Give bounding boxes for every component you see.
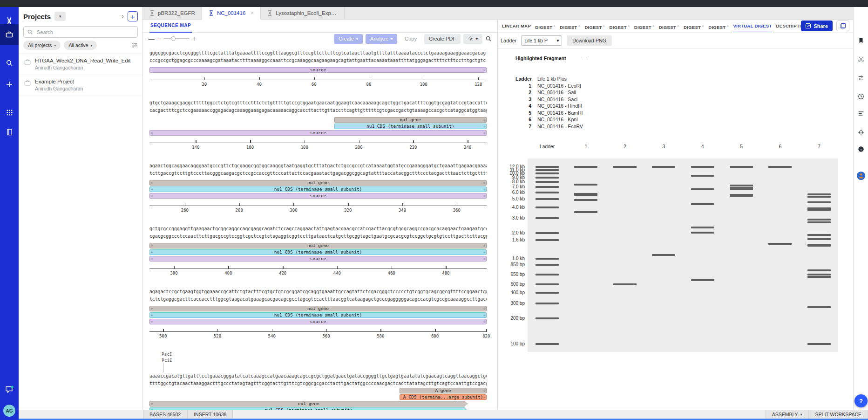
sequence-top-strand[interactable]: gctgcgccgggaggttgaagaactgcggcaggccagcgag… (149, 225, 487, 233)
sequence-map-view[interactable]: gggcggcgacctcgcgggttttcgctatttatgaaaattt… (143, 45, 497, 410)
gel-band[interactable] (730, 166, 753, 168)
document-tab[interactable]: NC_001416× (202, 7, 261, 20)
sequence-bottom-strand[interactable]: cccgccgctggagcgcccaaaagcgataaatacttttaaa… (149, 57, 487, 64)
annotation-cds[interactable]: nu1 CDS (terminase small subunit)»» (149, 312, 487, 318)
gel-band[interactable] (536, 343, 559, 345)
analysis-tab-digest[interactable]: DIGEST× (684, 20, 704, 33)
gel-band[interactable] (536, 186, 559, 188)
sidebar-item-search[interactable] (0, 54, 19, 72)
gel-band[interactable] (652, 166, 675, 168)
annotation-cds[interactable]: nu1 CDS (terminase small subunit)»» (149, 186, 487, 192)
close-icon[interactable]: × (553, 24, 556, 28)
annotation-cds[interactable]: nu1 CDS (terminase small subunit)» (334, 124, 487, 129)
analysis-tab-digest[interactable]: DIGEST× (535, 20, 556, 33)
settings-button[interactable]: ▾ (463, 34, 482, 44)
gel-band[interactable] (536, 264, 559, 266)
gel-band[interactable] (807, 274, 831, 275)
close-icon[interactable]: × (652, 24, 655, 28)
gel-band[interactable] (574, 211, 597, 213)
sequence-top-strand[interactable]: aaaaccgacatgttgatttcctgaaacgggatatcatcaa… (149, 372, 487, 380)
annotation-cds[interactable]: nu1 CDS (terminase small subunit)»» (149, 249, 487, 255)
sequence-bottom-strand[interactable]: cgacgcggccctccaacttcttgacgccgtccggtcgctc… (149, 233, 487, 240)
status-split-workspace[interactable]: SPLIT WORKSPACE (809, 410, 868, 419)
annotation-source[interactable]: source»» (149, 256, 487, 262)
swap-arrows-icon[interactable] (854, 73, 868, 83)
gel-band[interactable] (807, 196, 831, 198)
gel-band[interactable] (807, 234, 831, 236)
zoom-min-icon[interactable]: – (157, 35, 161, 42)
crosshair-icon[interactable] (854, 128, 868, 137)
enzyme-site-label[interactable]: PscI (162, 351, 174, 357)
analysis-tab-digest[interactable]: DIGEST× (634, 20, 655, 33)
document-tab[interactable]: pBR322_EGFR (143, 7, 202, 19)
create-pdf-button[interactable]: Create PDF (424, 34, 461, 44)
close-icon[interactable]: × (702, 24, 704, 28)
gel-band[interactable] (574, 194, 597, 196)
gel-band[interactable] (536, 239, 559, 241)
gel-band[interactable] (536, 169, 559, 171)
close-icon[interactable]: × (603, 24, 605, 28)
gel-band[interactable] (691, 175, 714, 177)
gel-band[interactable] (536, 192, 559, 193)
sequence-top-strand[interactable]: gtgctgaaagcgaggctttttggcctctgtcgtttccttt… (149, 99, 487, 107)
intercom-avatar-icon[interactable] (854, 171, 868, 180)
annotation-source[interactable]: source»» (149, 130, 487, 136)
gel-band[interactable] (691, 166, 714, 168)
help-button[interactable]: ? (854, 394, 868, 407)
download-png-button[interactable]: Download PNG (567, 35, 611, 46)
analysis-tab-linear-map[interactable]: LINEAR MAP (502, 20, 531, 33)
user-avatar[interactable]: AG (0, 401, 19, 420)
gel-band[interactable] (536, 292, 559, 294)
gel-band[interactable] (536, 283, 559, 285)
sequence-top-strand[interactable]: agagactccgctgaagtggtggaaaccgcattctgtactt… (149, 288, 487, 296)
sequence-bottom-strand[interactable]: tctctgaggcgacttcaccacctttggcgtaagacatgaa… (149, 296, 487, 303)
gel-band[interactable] (536, 303, 559, 304)
gel-band[interactable] (807, 269, 831, 271)
gel-band[interactable] (768, 166, 792, 168)
zoom-slider-knob[interactable] (171, 36, 176, 41)
gel-band[interactable] (807, 306, 831, 308)
gel-band[interactable] (730, 185, 753, 186)
scissors-icon[interactable] (854, 55, 868, 64)
sidebar-item-notebook[interactable] (0, 123, 19, 141)
gel-band[interactable] (574, 166, 597, 168)
gel-band[interactable] (807, 238, 831, 240)
info-circle-icon[interactable] (854, 145, 868, 154)
analysis-tab-digest[interactable]: DIGEST× (659, 20, 679, 33)
create-button[interactable]: Create▾ (334, 34, 363, 44)
sequence-bottom-strand[interactable]: cacgactttcgctccgaaaaaccggagacagcaaaggaaa… (149, 107, 487, 114)
gel-band[interactable] (768, 243, 792, 245)
analysis-tab-digest[interactable]: DIGEST× (610, 20, 630, 33)
tab-sequence-map[interactable]: SEQUENCE MAP (149, 20, 192, 33)
gel-band[interactable] (536, 317, 559, 319)
annotation-gene[interactable]: nu1 gene»» (149, 180, 487, 186)
annotation-gene[interactable]: A gene» (400, 388, 487, 393)
projects-dropdown-button[interactable]: ▾ (54, 12, 66, 21)
annotation-gene[interactable]: nu1 gene» (334, 117, 487, 123)
gel-band[interactable] (536, 207, 559, 208)
gel-band[interactable] (574, 199, 597, 201)
gel-image[interactable] (528, 158, 838, 352)
find-in-sequence-button[interactable] (485, 35, 492, 42)
sidebar-item-create[interactable] (0, 75, 19, 94)
bookmark-icon[interactable] (854, 36, 868, 45)
gel-band[interactable] (691, 227, 714, 228)
project-search-box[interactable] (23, 26, 138, 38)
sidebar-item-projects[interactable] (0, 24, 19, 45)
analysis-tab-digest[interactable]: DIGEST× (708, 20, 729, 33)
analysis-tab-virtual-digest[interactable]: VIRTUAL DIGEST (733, 20, 772, 33)
sequence-bottom-strand[interactable]: tcttgaccgtccttgtcccttacgggcaagacgctccgcc… (149, 170, 487, 177)
zoom-slider[interactable] (163, 38, 190, 39)
gel-band[interactable] (691, 279, 714, 281)
gel-band[interactable] (536, 258, 559, 260)
document-tab[interactable]: Lysostaphin_Ecoli_Expression_Ca... (261, 7, 345, 19)
sidebar-item-apps[interactable] (0, 103, 19, 122)
add-project-button[interactable]: + (128, 11, 138, 21)
annotation-gene[interactable]: nu1 gene» (149, 401, 468, 406)
close-icon[interactable]: × (726, 24, 729, 28)
enzyme-site-label[interactable]: PciI (162, 357, 174, 363)
gel-band[interactable] (807, 209, 831, 211)
close-icon[interactable]: × (251, 10, 254, 16)
sequence-top-strand[interactable]: gggcggcgacctcgcgggttttcgctatttatgaaaattt… (149, 49, 487, 57)
filter-all-projects[interactable]: All projects▾ (23, 41, 61, 50)
